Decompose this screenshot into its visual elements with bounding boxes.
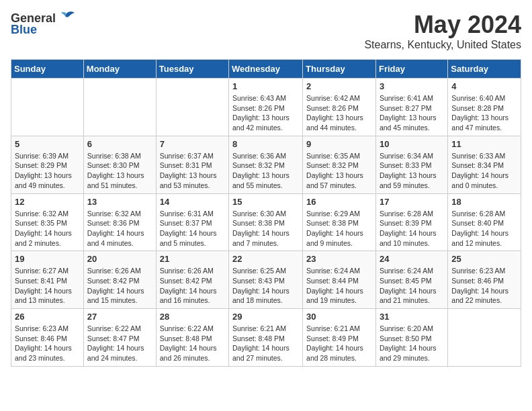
day-info: Sunrise: 6:31 AM Sunset: 8:37 PM Dayligh… — [160, 209, 225, 248]
day-info: Sunrise: 6:26 AM Sunset: 8:42 PM Dayligh… — [160, 266, 225, 306]
calendar-cell: 20Sunrise: 6:26 AM Sunset: 8:42 PM Dayli… — [83, 251, 156, 309]
calendar-cell: 23Sunrise: 6:24 AM Sunset: 8:44 PM Dayli… — [303, 251, 376, 309]
calendar-cell: 5Sunrise: 6:39 AM Sunset: 8:29 PM Daylig… — [11, 136, 84, 193]
day-info: Sunrise: 6:42 AM Sunset: 8:26 PM Dayligh… — [306, 93, 372, 133]
day-number: 24 — [380, 254, 444, 264]
day-number: 6 — [87, 139, 152, 149]
calendar-cell: 11Sunrise: 6:33 AM Sunset: 8:34 PM Dayli… — [448, 136, 521, 193]
day-info: Sunrise: 6:20 AM Sunset: 8:50 PM Dayligh… — [380, 324, 444, 363]
calendar-cell — [11, 79, 84, 136]
day-number: 12 — [15, 197, 80, 207]
calendar-cell: 24Sunrise: 6:24 AM Sunset: 8:45 PM Dayli… — [375, 251, 447, 309]
day-of-week-header: Friday — [375, 60, 447, 79]
day-info: Sunrise: 6:24 AM Sunset: 8:45 PM Dayligh… — [380, 266, 444, 306]
calendar-cell: 15Sunrise: 6:30 AM Sunset: 8:38 PM Dayli… — [229, 193, 303, 251]
day-number: 13 — [87, 197, 152, 207]
day-number: 3 — [380, 81, 444, 91]
day-info: Sunrise: 6:21 AM Sunset: 8:49 PM Dayligh… — [306, 324, 372, 363]
calendar-cell: 9Sunrise: 6:35 AM Sunset: 8:32 PM Daylig… — [303, 136, 376, 193]
title-area: May 2024 Stearns, Kentucky, United State… — [364, 11, 521, 51]
calendar-cell: 31Sunrise: 6:20 AM Sunset: 8:50 PM Dayli… — [375, 309, 447, 367]
day-number: 18 — [451, 197, 517, 207]
day-info: Sunrise: 6:28 AM Sunset: 8:39 PM Dayligh… — [380, 209, 444, 248]
day-info: Sunrise: 6:35 AM Sunset: 8:32 PM Dayligh… — [306, 151, 372, 191]
header: General Blue May 2024 Stearns, Kentucky,… — [11, 11, 521, 51]
day-of-week-header: Saturday — [448, 60, 521, 79]
calendar-cell: 2Sunrise: 6:42 AM Sunset: 8:26 PM Daylig… — [303, 79, 376, 136]
day-number: 19 — [15, 254, 80, 264]
day-number: 17 — [380, 197, 444, 207]
day-number: 27 — [87, 312, 152, 322]
day-number: 7 — [160, 139, 225, 149]
calendar-cell: 22Sunrise: 6:25 AM Sunset: 8:43 PM Dayli… — [229, 251, 303, 309]
day-info: Sunrise: 6:28 AM Sunset: 8:40 PM Dayligh… — [451, 209, 517, 248]
calendar-cell: 26Sunrise: 6:23 AM Sunset: 8:46 PM Dayli… — [11, 309, 84, 367]
calendar-cell: 10Sunrise: 6:34 AM Sunset: 8:33 PM Dayli… — [375, 136, 447, 193]
calendar-cell: 21Sunrise: 6:26 AM Sunset: 8:42 PM Dayli… — [156, 251, 228, 309]
calendar-cell: 19Sunrise: 6:27 AM Sunset: 8:41 PM Dayli… — [11, 251, 84, 309]
day-info: Sunrise: 6:24 AM Sunset: 8:44 PM Dayligh… — [306, 266, 372, 306]
day-number: 28 — [160, 312, 225, 322]
day-info: Sunrise: 6:22 AM Sunset: 8:47 PM Dayligh… — [87, 324, 152, 363]
calendar-cell: 4Sunrise: 6:40 AM Sunset: 8:28 PM Daylig… — [448, 79, 521, 136]
day-info: Sunrise: 6:34 AM Sunset: 8:33 PM Dayligh… — [380, 151, 444, 191]
calendar-week-row: 19Sunrise: 6:27 AM Sunset: 8:41 PM Dayli… — [11, 251, 521, 309]
calendar-week-row: 26Sunrise: 6:23 AM Sunset: 8:46 PM Dayli… — [11, 309, 521, 367]
day-number: 26 — [15, 312, 80, 322]
calendar-cell: 16Sunrise: 6:29 AM Sunset: 8:38 PM Dayli… — [303, 193, 376, 251]
day-info: Sunrise: 6:23 AM Sunset: 8:46 PM Dayligh… — [15, 324, 80, 363]
day-info: Sunrise: 6:22 AM Sunset: 8:48 PM Dayligh… — [160, 324, 225, 363]
day-info: Sunrise: 6:29 AM Sunset: 8:38 PM Dayligh… — [306, 209, 372, 248]
day-of-week-header: Tuesday — [156, 60, 228, 79]
calendar-cell: 29Sunrise: 6:21 AM Sunset: 8:48 PM Dayli… — [229, 309, 303, 367]
calendar-cell: 30Sunrise: 6:21 AM Sunset: 8:49 PM Dayli… — [303, 309, 376, 367]
day-info: Sunrise: 6:27 AM Sunset: 8:41 PM Dayligh… — [15, 266, 80, 306]
day-number: 14 — [160, 197, 225, 207]
day-of-week-header: Wednesday — [229, 60, 303, 79]
day-info: Sunrise: 6:37 AM Sunset: 8:31 PM Dayligh… — [160, 151, 225, 191]
day-number: 2 — [306, 81, 372, 91]
day-number: 16 — [306, 197, 372, 207]
day-info: Sunrise: 6:41 AM Sunset: 8:27 PM Dayligh… — [380, 93, 444, 133]
day-info: Sunrise: 6:38 AM Sunset: 8:30 PM Dayligh… — [87, 151, 152, 191]
day-info: Sunrise: 6:23 AM Sunset: 8:46 PM Dayligh… — [451, 266, 517, 306]
logo-blue-text: Blue — [11, 23, 37, 37]
calendar-week-row: 1Sunrise: 6:43 AM Sunset: 8:26 PM Daylig… — [11, 79, 521, 136]
month-title: May 2024 — [364, 11, 521, 39]
calendar-cell: 7Sunrise: 6:37 AM Sunset: 8:31 PM Daylig… — [156, 136, 228, 193]
calendar-cell: 25Sunrise: 6:23 AM Sunset: 8:46 PM Dayli… — [448, 251, 521, 309]
day-info: Sunrise: 6:36 AM Sunset: 8:32 PM Dayligh… — [232, 151, 299, 191]
calendar-week-row: 12Sunrise: 6:32 AM Sunset: 8:35 PM Dayli… — [11, 193, 521, 251]
day-number: 4 — [451, 81, 517, 91]
day-number: 11 — [451, 139, 517, 149]
calendar-cell: 1Sunrise: 6:43 AM Sunset: 8:26 PM Daylig… — [229, 79, 303, 136]
calendar-cell: 6Sunrise: 6:38 AM Sunset: 8:30 PM Daylig… — [83, 136, 156, 193]
calendar-cell: 17Sunrise: 6:28 AM Sunset: 8:39 PM Dayli… — [375, 193, 447, 251]
logo-bird-icon — [57, 11, 76, 26]
day-number: 8 — [232, 139, 299, 149]
calendar-cell: 12Sunrise: 6:32 AM Sunset: 8:35 PM Dayli… — [11, 193, 84, 251]
day-info: Sunrise: 6:39 AM Sunset: 8:29 PM Dayligh… — [15, 151, 80, 191]
day-number: 23 — [306, 254, 372, 264]
day-number: 31 — [380, 312, 444, 322]
day-number: 5 — [15, 139, 80, 149]
day-info: Sunrise: 6:25 AM Sunset: 8:43 PM Dayligh… — [232, 266, 299, 306]
calendar-week-row: 5Sunrise: 6:39 AM Sunset: 8:29 PM Daylig… — [11, 136, 521, 193]
day-number: 9 — [306, 139, 372, 149]
day-info: Sunrise: 6:43 AM Sunset: 8:26 PM Dayligh… — [232, 93, 299, 133]
calendar-cell — [83, 79, 156, 136]
calendar-header-row: SundayMondayTuesdayWednesdayThursdayFrid… — [11, 60, 521, 79]
calendar-cell: 27Sunrise: 6:22 AM Sunset: 8:47 PM Dayli… — [83, 309, 156, 367]
day-number: 29 — [232, 312, 299, 322]
day-number: 22 — [232, 254, 299, 264]
day-of-week-header: Thursday — [303, 60, 376, 79]
day-of-week-header: Monday — [83, 60, 156, 79]
calendar-cell: 18Sunrise: 6:28 AM Sunset: 8:40 PM Dayli… — [448, 193, 521, 251]
day-of-week-header: Sunday — [11, 60, 84, 79]
day-info: Sunrise: 6:40 AM Sunset: 8:28 PM Dayligh… — [451, 93, 517, 133]
day-number: 10 — [380, 139, 444, 149]
calendar-cell: 28Sunrise: 6:22 AM Sunset: 8:48 PM Dayli… — [156, 309, 228, 367]
calendar-cell: 13Sunrise: 6:32 AM Sunset: 8:36 PM Dayli… — [83, 193, 156, 251]
calendar-cell: 3Sunrise: 6:41 AM Sunset: 8:27 PM Daylig… — [375, 79, 447, 136]
day-number: 20 — [87, 254, 152, 264]
